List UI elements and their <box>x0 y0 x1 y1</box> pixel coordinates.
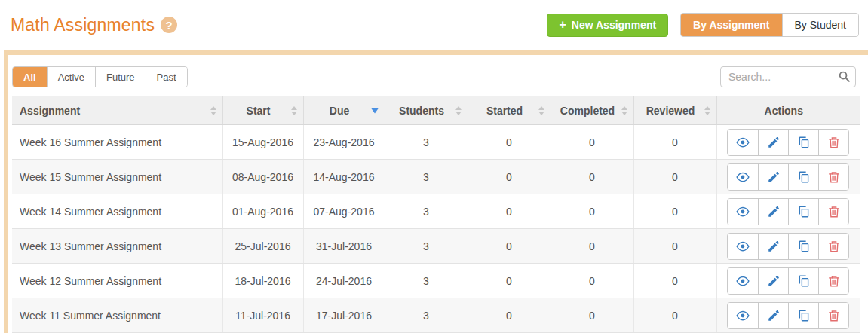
table-row: Week 15 Summer Assignment 08-Aug-2016 14… <box>12 160 860 194</box>
copy-button[interactable] <box>788 268 818 294</box>
filter-past[interactable]: Past <box>146 67 187 87</box>
table-header-row: Assignment Start Due Students Started <box>12 96 860 125</box>
edit-button[interactable] <box>758 268 788 294</box>
copy-icon <box>797 136 811 149</box>
table-row: Week 16 Summer Assignment 15-Aug-2016 23… <box>12 125 860 160</box>
edit-button[interactable] <box>758 303 788 328</box>
completed-count: 0 <box>551 264 633 298</box>
due-date: 24-Jul-2016 <box>303 264 385 298</box>
toggle-by-assignment[interactable]: By Assignment <box>681 14 781 36</box>
filter-tabs: All Active Future Past <box>12 66 188 87</box>
reviewed-count: 0 <box>633 298 716 333</box>
eye-icon <box>736 240 750 253</box>
started-count: 0 <box>468 194 551 229</box>
started-count: 0 <box>468 125 551 160</box>
view-button[interactable] <box>728 303 758 328</box>
due-date: 17-Jul-2016 <box>303 298 385 333</box>
filter-future[interactable]: Future <box>95 67 146 87</box>
delete-button[interactable] <box>818 268 848 294</box>
reviewed-count: 0 <box>633 160 716 194</box>
edit-button[interactable] <box>758 234 788 259</box>
copy-button[interactable] <box>788 234 818 259</box>
edit-button[interactable] <box>758 199 788 225</box>
view-button[interactable] <box>728 164 758 190</box>
copy-icon <box>797 309 811 322</box>
search-input[interactable] <box>720 66 856 87</box>
row-actions <box>727 267 849 295</box>
pencil-icon <box>767 274 781 288</box>
view-button[interactable] <box>728 234 758 259</box>
view-button[interactable] <box>728 199 758 225</box>
assignments-table: Assignment Start Due Students Started <box>12 96 860 333</box>
sort-icon <box>291 106 297 115</box>
students-count: 3 <box>385 264 468 298</box>
copy-button[interactable] <box>788 164 818 190</box>
started-count: 0 <box>468 160 551 194</box>
view-button[interactable] <box>728 130 758 155</box>
column-header-reviewed[interactable]: Reviewed <box>633 96 716 125</box>
delete-button[interactable] <box>818 130 848 155</box>
assignment-name: Week 12 Summer Assignment <box>12 264 222 298</box>
toolbar: All Active Future Past <box>12 66 856 87</box>
actions-cell <box>716 160 860 194</box>
assignment-name: Week 14 Summer Assignment <box>12 194 222 229</box>
students-count: 3 <box>385 160 468 194</box>
actions-cell <box>716 125 860 160</box>
copy-button[interactable] <box>788 303 818 328</box>
new-assignment-button[interactable]: + New Assignment <box>547 14 668 37</box>
column-header-completed[interactable]: Completed <box>551 96 633 125</box>
table-row: Week 13 Summer Assignment 25-Jul-2016 31… <box>12 229 860 264</box>
completed-count: 0 <box>551 229 633 264</box>
filter-active[interactable]: Active <box>47 67 95 87</box>
eye-icon <box>736 274 750 288</box>
table-row: Week 14 Summer Assignment 01-Aug-2016 07… <box>12 194 860 229</box>
column-header-assignment[interactable]: Assignment <box>12 96 222 125</box>
completed-count: 0 <box>551 298 633 333</box>
assignment-name: Week 15 Summer Assignment <box>12 160 222 194</box>
column-header-started[interactable]: Started <box>468 96 551 125</box>
copy-button[interactable] <box>788 199 818 225</box>
actions-cell <box>716 264 860 298</box>
reviewed-count: 0 <box>633 229 716 264</box>
filter-all[interactable]: All <box>13 67 47 87</box>
eye-icon <box>736 136 750 149</box>
toggle-by-student[interactable]: By Student <box>782 14 859 36</box>
delete-button[interactable] <box>818 234 848 259</box>
eye-icon <box>736 205 750 218</box>
pencil-icon <box>767 170 781 184</box>
trash-icon <box>827 136 841 149</box>
delete-button[interactable] <box>818 199 848 225</box>
start-date: 01-Aug-2016 <box>222 194 303 229</box>
row-actions <box>727 233 849 260</box>
sort-icon <box>621 106 627 115</box>
students-count: 3 <box>385 229 468 264</box>
view-button[interactable] <box>728 268 758 294</box>
row-actions <box>727 163 849 191</box>
column-header-due[interactable]: Due <box>303 96 385 125</box>
eye-icon <box>736 170 750 184</box>
assignments-panel: All Active Future Past Assignment S <box>4 50 868 333</box>
table-body: Week 16 Summer Assignment 15-Aug-2016 23… <box>12 125 860 333</box>
help-icon[interactable]: ? <box>161 17 177 33</box>
reviewed-count: 0 <box>633 264 716 298</box>
start-date: 08-Aug-2016 <box>222 160 303 194</box>
start-date: 15-Aug-2016 <box>222 125 303 160</box>
sort-icon <box>455 106 462 115</box>
assignment-name: Week 16 Summer Assignment <box>12 125 222 160</box>
edit-button[interactable] <box>758 130 788 155</box>
due-date: 07-Aug-2016 <box>303 194 385 229</box>
start-date: 18-Jul-2016 <box>222 264 303 298</box>
trash-icon <box>827 240 841 253</box>
column-header-start[interactable]: Start <box>222 96 303 125</box>
top-bar: Math Assignments ? + New Assignment By A… <box>0 0 868 50</box>
due-date: 31-Jul-2016 <box>303 229 385 264</box>
edit-button[interactable] <box>758 164 788 190</box>
eye-icon <box>736 309 750 322</box>
column-header-students[interactable]: Students <box>385 96 468 125</box>
due-date: 23-Aug-2016 <box>303 125 385 160</box>
reviewed-count: 0 <box>633 194 716 229</box>
delete-button[interactable] <box>818 303 848 328</box>
actions-cell <box>716 194 860 229</box>
delete-button[interactable] <box>818 164 848 190</box>
copy-button[interactable] <box>788 130 818 155</box>
